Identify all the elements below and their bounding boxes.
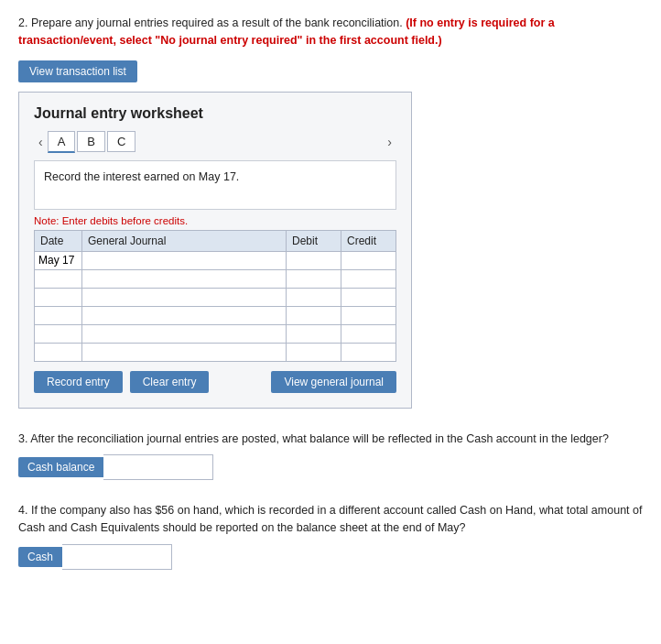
journal-input[interactable] <box>82 252 286 269</box>
tab-a[interactable]: A <box>48 131 76 153</box>
question-4-text: If the company also has $56 on hand, whi… <box>18 504 642 534</box>
debit-input[interactable] <box>287 252 341 269</box>
debit-cell[interactable] <box>287 269 341 288</box>
note-text: Note: Enter debits before credits. <box>34 215 396 226</box>
date-input[interactable] <box>35 270 81 288</box>
debit-input[interactable] <box>287 344 341 361</box>
journal-cell[interactable] <box>82 251 287 269</box>
cash-input[interactable] <box>62 544 172 570</box>
tab-arrow-right[interactable]: › <box>383 133 396 151</box>
credit-input[interactable] <box>341 289 396 306</box>
col-header-date: Date <box>35 230 82 251</box>
col-header-journal: General Journal <box>82 230 287 251</box>
view-transaction-button[interactable]: View transaction list <box>18 60 137 82</box>
clear-entry-button[interactable]: Clear entry <box>130 371 210 393</box>
date-cell[interactable] <box>35 251 82 269</box>
tabs-row: ‹ A B C › <box>34 131 396 153</box>
view-general-journal-button[interactable]: View general journal <box>271 371 396 393</box>
debit-input[interactable] <box>287 289 341 306</box>
journal-cell[interactable] <box>82 306 287 324</box>
credit-input[interactable] <box>341 252 396 269</box>
credit-cell[interactable] <box>341 306 396 324</box>
worksheet-container: Journal entry worksheet ‹ A B C › Record… <box>18 92 412 409</box>
col-header-debit: Debit <box>287 230 341 251</box>
date-input[interactable] <box>35 289 81 306</box>
tab-b[interactable]: B <box>77 131 105 152</box>
date-cell[interactable] <box>35 343 82 361</box>
date-cell[interactable] <box>35 288 82 306</box>
journal-input[interactable] <box>82 270 286 288</box>
journal-input[interactable] <box>82 289 286 306</box>
question-3-text: After the reconciliation journal entries… <box>30 432 609 445</box>
record-description: Record the interest earned on May 17. <box>34 160 396 210</box>
worksheet-title: Journal entry worksheet <box>34 105 396 122</box>
debit-cell[interactable] <box>287 324 341 343</box>
table-row <box>35 343 396 361</box>
col-header-credit: Credit <box>341 230 396 251</box>
debit-input[interactable] <box>287 307 341 324</box>
journal-cell[interactable] <box>82 343 287 361</box>
date-cell[interactable] <box>35 269 82 288</box>
question-4: 4. If the company also has $56 on hand, … <box>18 502 643 537</box>
debit-cell[interactable] <box>287 306 341 324</box>
instruction-main-text: Prepare any journal entries required as … <box>31 16 403 29</box>
credit-cell[interactable] <box>341 251 396 269</box>
credit-input[interactable] <box>341 344 396 361</box>
debit-cell[interactable] <box>287 288 341 306</box>
instruction-2: 2. Prepare any journal entries required … <box>18 15 643 49</box>
table-row <box>35 251 396 269</box>
table-row <box>35 306 396 324</box>
debit-cell[interactable] <box>287 343 341 361</box>
table-row <box>35 324 396 343</box>
date-input[interactable] <box>35 307 81 324</box>
credit-cell[interactable] <box>341 269 396 288</box>
journal-input[interactable] <box>82 344 286 361</box>
cash-label: Cash <box>18 547 62 567</box>
debit-input[interactable] <box>287 325 341 343</box>
journal-cell[interactable] <box>82 324 287 343</box>
credit-input[interactable] <box>341 270 396 288</box>
question-4-number: 4. <box>18 504 27 517</box>
credit-input[interactable] <box>341 307 396 324</box>
journal-table: Date General Journal Debit Credit <box>34 230 396 362</box>
journal-input[interactable] <box>82 307 286 324</box>
worksheet-button-row: Record entry Clear entry View general jo… <box>34 371 396 393</box>
question-4-answer-row: Cash <box>18 544 643 570</box>
credit-cell[interactable] <box>341 343 396 361</box>
question-3: 3. After the reconciliation journal entr… <box>18 431 643 448</box>
date-cell[interactable] <box>35 306 82 324</box>
instruction-number: 2. <box>18 16 27 29</box>
cash-balance-input[interactable] <box>103 454 213 480</box>
debit-input[interactable] <box>287 270 341 288</box>
date-cell[interactable] <box>35 324 82 343</box>
date-input[interactable] <box>35 325 81 343</box>
question-3-answer-row: Cash balance <box>18 454 643 480</box>
table-row <box>35 288 396 306</box>
question-3-number: 3. <box>18 432 27 445</box>
date-input[interactable] <box>35 344 81 361</box>
tab-c[interactable]: C <box>107 131 135 152</box>
table-row <box>35 269 396 288</box>
credit-cell[interactable] <box>341 324 396 343</box>
credit-cell[interactable] <box>341 288 396 306</box>
credit-input[interactable] <box>341 325 396 343</box>
journal-input[interactable] <box>82 325 286 343</box>
date-input[interactable] <box>35 252 81 269</box>
debit-cell[interactable] <box>287 251 341 269</box>
journal-cell[interactable] <box>82 269 287 288</box>
tab-arrow-left[interactable]: ‹ <box>34 133 48 151</box>
record-entry-button[interactable]: Record entry <box>34 371 123 393</box>
journal-cell[interactable] <box>82 288 287 306</box>
cash-balance-label: Cash balance <box>18 457 103 477</box>
